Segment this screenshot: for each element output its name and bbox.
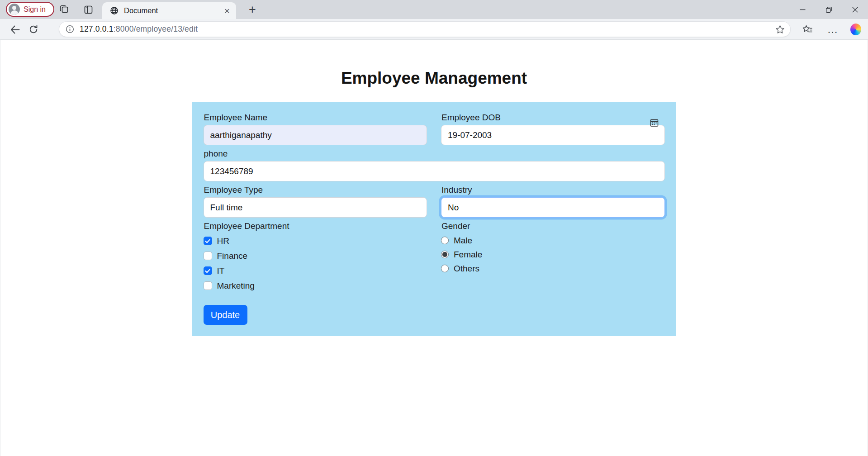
department-checkbox-it[interactable]: IT: [204, 263, 427, 278]
page-title: Employee Management: [0, 69, 868, 88]
signin-button[interactable]: Sign in: [6, 2, 54, 17]
update-button[interactable]: Update: [204, 305, 247, 325]
employee-form: Employee Name Employee DOB: [192, 102, 676, 336]
browser-tab[interactable]: Document ×: [102, 2, 236, 19]
checkbox-finance-icon[interactable]: [204, 252, 212, 260]
workspaces-icon[interactable]: [59, 4, 70, 15]
type-label: Employee Type: [204, 185, 427, 195]
globe-icon: [110, 6, 119, 15]
avatar-icon: [9, 4, 20, 15]
type-field-group: Employee Type: [204, 185, 427, 218]
department-group: Employee Department HR Finance IT Market…: [204, 221, 427, 293]
phone-label: phone: [204, 149, 665, 159]
checkbox-hr-icon[interactable]: [204, 237, 212, 245]
name-field-group: Employee Name: [204, 113, 427, 145]
dob-input[interactable]: [441, 125, 665, 145]
department-checkbox-marketing[interactable]: Marketing: [204, 278, 427, 293]
window-restore-button[interactable]: [816, 0, 842, 19]
address-bar[interactable]: 127.0.0.1:8000/employee/13/edit: [59, 21, 791, 37]
bookmark-star-icon[interactable]: [775, 25, 785, 34]
tab-title: Document: [124, 6, 218, 15]
radio-male-icon[interactable]: [441, 237, 449, 244]
navigation-toolbar: 127.0.0.1:8000/employee/13/edit …: [0, 19, 868, 39]
gender-radio-female[interactable]: Female: [441, 247, 665, 261]
window-minimize-button[interactable]: [789, 0, 816, 19]
phone-field-group: phone: [204, 149, 665, 181]
refresh-icon[interactable]: [28, 24, 39, 35]
industry-label: Industry: [441, 185, 665, 195]
dob-field-group: Employee DOB: [441, 113, 665, 145]
favorites-list-icon[interactable]: [802, 24, 813, 35]
radio-female-icon[interactable]: [441, 251, 449, 258]
tab-close-icon[interactable]: ×: [223, 6, 231, 15]
industry-field-group: Industry: [441, 185, 665, 218]
name-label: Employee Name: [204, 113, 427, 123]
window-close-button[interactable]: [842, 0, 868, 19]
site-info-icon[interactable]: [66, 25, 74, 33]
gender-radio-others[interactable]: Others: [441, 261, 665, 276]
url-host: 127.0.0.1: [80, 24, 114, 33]
url-path: :8000/employee/13/edit: [114, 24, 198, 33]
gender-group: Gender Male Female Others: [441, 221, 665, 293]
copilot-icon[interactable]: [850, 24, 861, 35]
url-text[interactable]: 127.0.0.1:8000/employee/13/edit: [80, 24, 770, 34]
checkbox-it-icon[interactable]: [204, 266, 212, 275]
gender-radio-male[interactable]: Male: [441, 233, 665, 247]
radio-others-icon[interactable]: [441, 265, 449, 272]
calendar-icon[interactable]: [650, 118, 659, 129]
department-checkbox-finance[interactable]: Finance: [204, 248, 427, 263]
industry-input[interactable]: [441, 197, 665, 218]
new-tab-button[interactable]: +: [246, 2, 259, 17]
name-input[interactable]: [204, 125, 427, 145]
department-checkbox-hr[interactable]: HR: [204, 233, 427, 248]
dob-label: Employee DOB: [441, 113, 665, 123]
department-label: Employee Department: [204, 221, 427, 231]
employee-type-input[interactable]: [204, 197, 427, 218]
back-icon[interactable]: [9, 24, 20, 35]
checkbox-marketing-icon[interactable]: [204, 281, 212, 290]
page-viewport: Employee Management Employee Name Employ…: [0, 39, 868, 456]
tab-strip: Sign in Document × +: [0, 0, 868, 19]
more-menu-icon[interactable]: …: [827, 24, 838, 35]
tab-layout-icon[interactable]: [83, 4, 94, 15]
signin-label: Sign in: [24, 5, 46, 14]
gender-label: Gender: [441, 221, 665, 231]
phone-input[interactable]: [204, 161, 665, 181]
